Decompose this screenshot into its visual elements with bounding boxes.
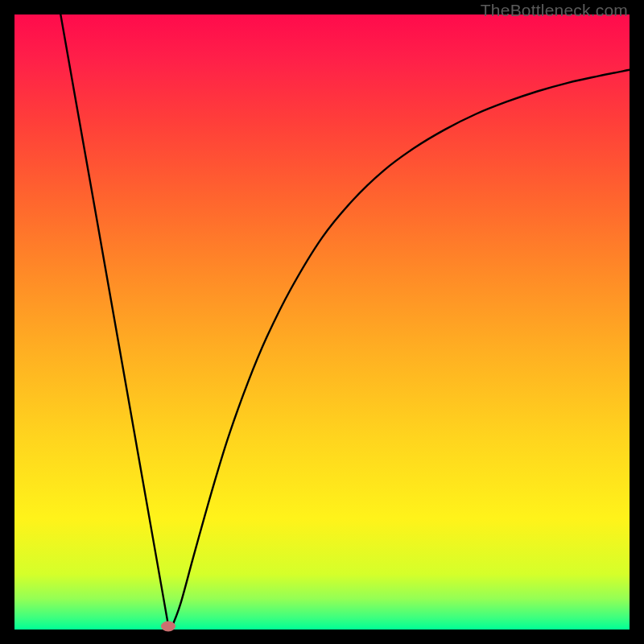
curve-right-segment: [172, 70, 630, 625]
chart-frame: [14, 14, 630, 630]
chart-svg: [14, 14, 630, 630]
minimum-marker: [161, 621, 175, 632]
watermark-text: TheBottleneck.com: [481, 1, 628, 20]
curve-left-segment: [60, 14, 168, 625]
